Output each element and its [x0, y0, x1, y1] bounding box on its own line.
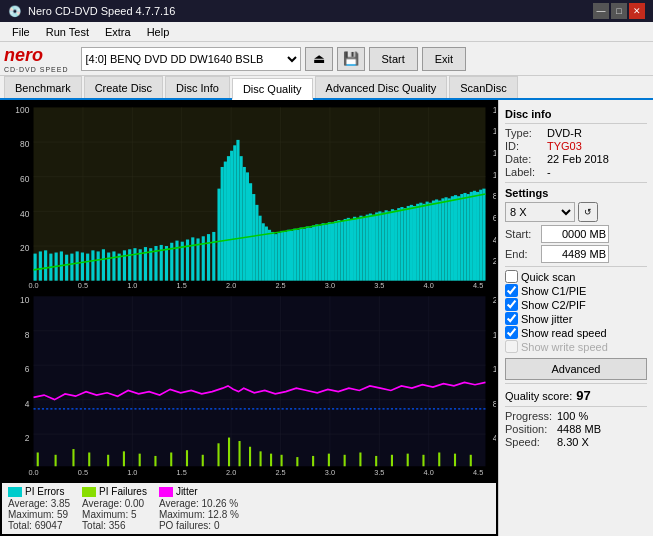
quick-scan-checkbox[interactable]: [505, 270, 518, 283]
tab-disc-quality[interactable]: Disc Quality: [232, 78, 313, 100]
svg-rect-107: [404, 208, 407, 281]
close-button[interactable]: ✕: [629, 3, 645, 19]
minimize-button[interactable]: —: [593, 3, 609, 19]
svg-rect-83: [328, 222, 331, 280]
svg-rect-84: [331, 223, 334, 280]
disc-label-value: -: [547, 166, 551, 178]
svg-rect-103: [391, 209, 394, 280]
app-icon: 💿: [8, 5, 22, 18]
tab-scandisc[interactable]: ScanDisc: [449, 76, 517, 98]
jitter-title: Jitter: [176, 486, 198, 497]
show-read-speed-checkbox[interactable]: [505, 326, 518, 339]
show-c2pif-checkbox[interactable]: [505, 298, 518, 311]
maximize-button[interactable]: □: [611, 3, 627, 19]
tab-create-disc[interactable]: Create Disc: [84, 76, 163, 98]
svg-rect-65: [271, 232, 274, 281]
svg-text:8: 8: [493, 191, 496, 201]
svg-rect-27: [107, 253, 110, 281]
svg-rect-94: [363, 217, 366, 281]
title-bar: 💿 Nero CD-DVD Speed 4.7.7.16 — □ ✕: [0, 0, 653, 22]
speed-refresh-button[interactable]: ↺: [578, 202, 598, 222]
nero-logo: nero CD·DVD SPEED: [4, 45, 69, 73]
pi-errors-title: PI Errors: [25, 486, 64, 497]
svg-rect-53: [233, 145, 236, 280]
nero-brand: nero: [4, 45, 69, 66]
svg-rect-102: [388, 211, 391, 280]
svg-text:8: 8: [25, 329, 30, 339]
advanced-button[interactable]: Advanced: [505, 358, 647, 380]
svg-rect-123: [454, 195, 457, 281]
svg-rect-22: [81, 253, 84, 281]
svg-text:3.5: 3.5: [374, 281, 384, 290]
svg-rect-192: [375, 455, 377, 465]
menu-file[interactable]: File: [4, 24, 38, 40]
svg-rect-111: [416, 204, 419, 281]
svg-rect-74: [299, 228, 302, 281]
tab-disc-info[interactable]: Disc Info: [165, 76, 230, 98]
svg-text:2.0: 2.0: [226, 281, 236, 290]
start-button[interactable]: Start: [369, 47, 418, 71]
svg-text:80: 80: [20, 139, 30, 149]
svg-text:0.0: 0.0: [28, 468, 38, 477]
tab-benchmark[interactable]: Benchmark: [4, 76, 82, 98]
eject-button[interactable]: ⏏: [305, 47, 333, 71]
svg-rect-191: [359, 452, 361, 466]
svg-rect-175: [139, 453, 141, 466]
svg-rect-118: [438, 201, 441, 281]
svg-rect-20: [70, 254, 73, 281]
progress-section: Progress: 100 % Position: 4488 MB Speed:…: [505, 410, 647, 448]
quality-score-row: Quality score: 97: [505, 388, 647, 403]
menu-help[interactable]: Help: [139, 24, 178, 40]
svg-rect-189: [328, 453, 330, 466]
svg-rect-113: [422, 204, 425, 281]
show-jitter-checkbox[interactable]: [505, 312, 518, 325]
svg-rect-54: [236, 140, 239, 281]
svg-rect-97: [372, 215, 375, 281]
svg-rect-81: [322, 223, 325, 280]
svg-rect-115: [429, 203, 432, 281]
svg-text:4.5: 4.5: [473, 281, 483, 290]
show-c1pie-checkbox[interactable]: [505, 284, 518, 297]
disc-label-label: Label:: [505, 166, 543, 178]
svg-rect-66: [274, 234, 277, 281]
svg-rect-25: [97, 251, 100, 280]
quality-score-value: 97: [576, 388, 590, 403]
svg-rect-75: [303, 229, 306, 281]
svg-rect-185: [270, 453, 272, 466]
exit-button[interactable]: Exit: [422, 47, 466, 71]
show-jitter-row: Show jitter: [505, 312, 647, 325]
progress-position-row: Position: 4488 MB: [505, 423, 647, 435]
svg-rect-73: [296, 230, 299, 281]
disc-id-row: ID: TYG03: [505, 140, 647, 152]
legend-jitter: Jitter Average: 10.26 % Maximum: 12.8 % …: [159, 486, 239, 531]
progress-progress-label: Progress:: [505, 410, 553, 422]
chart-panel: 100 80 60 40 20 16 14 12 10 8 6 4 2 0.0 …: [0, 100, 498, 536]
toolbar: nero CD·DVD SPEED [4:0] BENQ DVD DD DW16…: [0, 42, 653, 76]
svg-rect-109: [410, 205, 413, 281]
show-write-speed-checkbox[interactable]: [505, 340, 518, 353]
tab-advanced-disc-quality[interactable]: Advanced Disc Quality: [315, 76, 448, 98]
svg-rect-110: [413, 206, 416, 281]
svg-rect-188: [312, 455, 314, 465]
svg-rect-127: [467, 194, 470, 281]
svg-rect-21: [76, 251, 79, 280]
svg-rect-129: [473, 191, 476, 281]
svg-text:20: 20: [20, 243, 30, 253]
menu-extra[interactable]: Extra: [97, 24, 139, 40]
svg-rect-35: [149, 248, 152, 280]
speed-select[interactable]: 8 X 4 X 12 X 16 X: [505, 202, 575, 222]
start-input[interactable]: [541, 225, 609, 243]
svg-rect-172: [88, 452, 90, 466]
save-button[interactable]: 💾: [337, 47, 365, 71]
menu-run-test[interactable]: Run Test: [38, 24, 97, 40]
progress-progress-value: 100 %: [557, 410, 588, 422]
svg-rect-198: [470, 454, 472, 465]
progress-position-value: 4488 MB: [557, 423, 601, 435]
svg-rect-57: [246, 172, 249, 280]
svg-rect-179: [202, 454, 204, 465]
end-input[interactable]: [541, 245, 609, 263]
svg-rect-71: [290, 231, 293, 281]
svg-rect-19: [65, 255, 68, 281]
svg-text:16: 16: [493, 329, 496, 339]
drive-select[interactable]: [4:0] BENQ DVD DD DW1640 BSLB: [81, 47, 301, 71]
